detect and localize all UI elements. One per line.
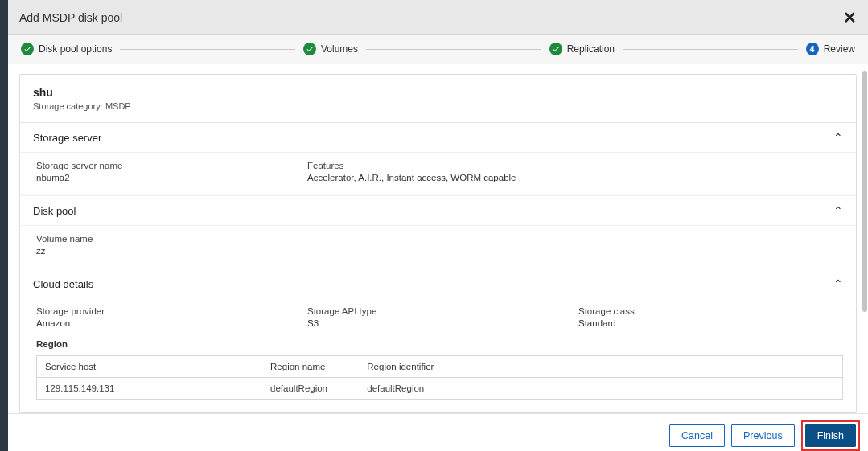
dialog-title: Add MSDP disk pool: [19, 11, 122, 24]
storage-provider-value: Amazon: [36, 318, 301, 328]
step-review[interactable]: 4 Review: [806, 43, 855, 55]
features-value: Accelerator, A.I.R., Instant access, WOR…: [307, 173, 572, 182]
step-label: Disk pool options: [39, 43, 112, 55]
region-table: Service host Region name Region identifi…: [36, 355, 843, 400]
disk-pool-section-header[interactable]: Disk pool ⌃: [20, 196, 856, 226]
summary-block: shu Storage category: MSDP: [20, 75, 856, 123]
section-title: Cloud details: [33, 278, 93, 290]
step-volumes[interactable]: Volumes: [303, 43, 358, 55]
storage-provider-label: Storage provider: [36, 306, 301, 316]
step-label: Review: [824, 43, 855, 55]
review-content: shu Storage category: MSDP Storage serve…: [8, 64, 868, 413]
dialog-header: Add MSDP disk pool ✕: [8, 0, 868, 35]
table-header-row: Service host Region name Region identifi…: [37, 356, 843, 378]
step-divider: [623, 49, 798, 50]
check-icon: [303, 43, 316, 55]
storage-server-name-label: Storage server name: [36, 161, 301, 170]
step-divider: [120, 49, 295, 50]
region-heading: Region: [36, 339, 843, 349]
left-rail: [0, 0, 8, 451]
check-icon: [549, 43, 562, 55]
wizard-stepper: Disk pool options Volumes Replication 4 …: [8, 35, 868, 64]
storage-api-value: S3: [307, 318, 572, 328]
step-replication[interactable]: Replication: [549, 43, 615, 55]
finish-highlight: Finish: [801, 420, 860, 451]
step-disk-pool-options[interactable]: Disk pool options: [21, 43, 112, 55]
dialog-footer: Cancel Previous Finish: [8, 413, 868, 451]
cloud-details-section-body: Storage provider Amazon Storage API type…: [20, 298, 856, 412]
features-label: Features: [307, 161, 572, 170]
step-label: Replication: [567, 43, 615, 55]
finish-button[interactable]: Finish: [805, 424, 856, 447]
section-title: Disk pool: [33, 205, 76, 217]
chevron-up-icon: ⌃: [833, 204, 843, 217]
storage-server-section-header[interactable]: Storage server ⌃: [20, 123, 856, 153]
close-icon[interactable]: ✕: [843, 8, 857, 27]
cell-region-id: defaultRegion: [359, 378, 842, 400]
add-disk-pool-dialog: Add MSDP disk pool ✕ Disk pool options V…: [8, 0, 868, 451]
chevron-up-icon: ⌃: [833, 131, 843, 144]
chevron-up-icon: ⌃: [833, 277, 843, 290]
cell-region-name: defaultRegion: [262, 378, 359, 400]
table-row: 129.115.149.131 defaultRegion defaultReg…: [37, 378, 843, 400]
disk-pool-section-body: Volume name zz: [20, 226, 856, 269]
volume-name-label: Volume name: [36, 234, 843, 244]
volume-name-value: zz: [36, 246, 843, 256]
check-icon: [21, 43, 34, 55]
section-title: Storage server: [33, 132, 101, 144]
step-divider: [366, 49, 541, 50]
storage-class-label: Storage class: [578, 306, 843, 316]
review-card: shu Storage category: MSDP Storage serve…: [19, 74, 857, 413]
storage-api-label: Storage API type: [307, 306, 572, 316]
storage-server-section-body: Storage server name nbuma2 Features Acce…: [20, 153, 856, 195]
col-service-host: Service host: [37, 356, 263, 378]
storage-category: Storage category: MSDP: [33, 101, 843, 111]
storage-server-name-value: nbuma2: [36, 173, 301, 182]
previous-button[interactable]: Previous: [731, 424, 795, 447]
step-number-icon: 4: [806, 43, 819, 55]
cancel-button[interactable]: Cancel: [669, 424, 725, 447]
pool-name: shu: [33, 86, 843, 99]
storage-class-value: Standard: [578, 318, 843, 328]
scrollbar-track[interactable]: [862, 71, 868, 416]
col-region-id: Region identifier: [359, 356, 842, 378]
cell-service-host: 129.115.149.131: [37, 378, 263, 400]
cloud-details-section-header[interactable]: Cloud details ⌃: [20, 269, 856, 298]
scrollbar-thumb[interactable]: [862, 71, 867, 312]
col-region-name: Region name: [262, 356, 359, 378]
step-label: Volumes: [321, 43, 358, 55]
